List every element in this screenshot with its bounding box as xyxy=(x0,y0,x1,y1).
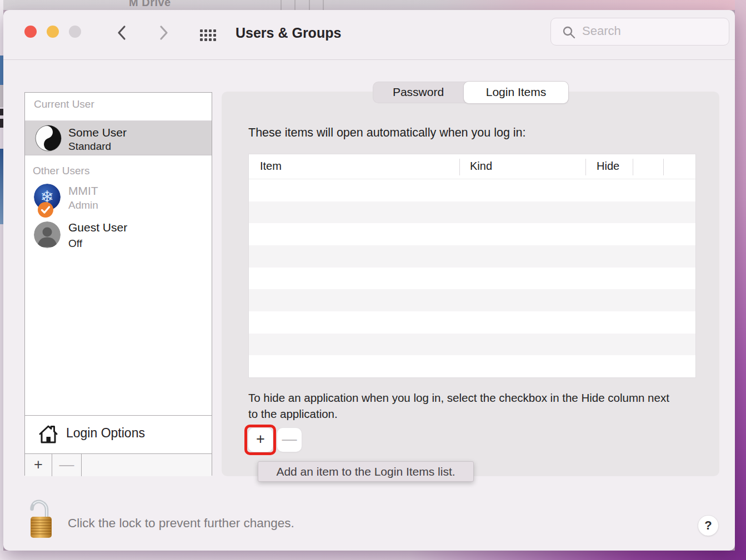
minimize-button[interactable] xyxy=(47,26,59,38)
search-field[interactable] xyxy=(550,18,729,46)
login-item-row xyxy=(249,223,695,245)
user-name: MMIT xyxy=(68,184,98,198)
close-button[interactable] xyxy=(24,26,37,38)
help-button[interactable]: ? xyxy=(698,516,718,536)
desktop-wallpaper-right xyxy=(735,0,746,560)
table-body xyxy=(249,179,695,377)
column-divider xyxy=(585,159,586,175)
yin-yang-avatar xyxy=(35,125,62,152)
background-tab-divider xyxy=(323,0,324,10)
desktop-wallpaper-bottom xyxy=(0,551,746,560)
search-icon xyxy=(562,26,577,40)
remove-login-item-button[interactable]: — xyxy=(277,428,302,452)
sidebar-item-some-user[interactable]: Some User Standard xyxy=(25,120,212,155)
login-item-row xyxy=(249,289,695,311)
background-window-titlebar: M Drive xyxy=(0,0,746,10)
login-options-label: Login Options xyxy=(66,426,145,441)
background-tab-divider xyxy=(294,0,296,10)
tab-password[interactable]: Password xyxy=(373,82,464,103)
login-item-row xyxy=(249,268,695,290)
back-button[interactable] xyxy=(115,24,129,41)
show-all-preferences-button[interactable] xyxy=(200,29,217,44)
forward-button[interactable] xyxy=(156,24,171,41)
toolbar-spacer xyxy=(82,454,212,476)
home-icon xyxy=(36,422,61,446)
login-items-panel: These items will open automatically when… xyxy=(222,92,719,476)
screen: M Drive xyxy=(0,0,746,560)
page-title: Users & Groups xyxy=(236,25,341,41)
tab-login-items[interactable]: Login Items xyxy=(464,82,568,103)
background-tab-divider xyxy=(309,0,310,10)
apps-grid-icon xyxy=(200,29,217,42)
person-avatar xyxy=(34,221,61,248)
current-user-section-header: Current User xyxy=(34,98,94,110)
chevron-left-icon xyxy=(115,24,129,41)
add-login-item-button[interactable]: + xyxy=(248,428,273,452)
other-users-section-header: Other Users xyxy=(33,165,89,177)
user-role: Standard xyxy=(68,140,111,153)
column-header-hide[interactable]: Hide xyxy=(597,160,619,173)
login-item-row xyxy=(249,179,695,201)
column-divider xyxy=(663,159,664,175)
panel-heading: These items will open automatically when… xyxy=(248,126,526,140)
add-user-button[interactable]: + xyxy=(25,454,52,476)
users-groups-window: Users & Groups Current User xyxy=(3,10,735,551)
background-tab-divider xyxy=(281,0,282,10)
login-item-row xyxy=(249,334,695,356)
background-window-title: M Drive xyxy=(129,0,171,9)
column-header-item[interactable]: Item xyxy=(260,160,282,173)
login-item-row xyxy=(249,311,695,334)
zoom-button xyxy=(69,26,81,38)
admin-checkmark-badge xyxy=(38,202,53,218)
lock-hint-text: Click the lock to prevent further change… xyxy=(68,516,294,531)
login-item-row xyxy=(249,245,695,268)
unlocked-padlock-icon[interactable] xyxy=(28,497,57,543)
search-input[interactable] xyxy=(582,18,721,44)
tab-bar: Password Login Items xyxy=(373,82,568,103)
users-sidebar: Current User Some User Standard Othe xyxy=(24,92,212,476)
column-divider xyxy=(459,159,460,175)
user-name: Some User xyxy=(68,126,127,139)
user-role: Admin xyxy=(68,199,98,211)
add-item-tooltip: Add an item to the Login Items list. xyxy=(258,461,474,482)
sidebar-toolbar: + — xyxy=(25,453,212,476)
hide-checkbox-note: To hide an application when you log in, … xyxy=(248,390,669,422)
titlebar: Users & Groups xyxy=(3,10,735,60)
login-item-row xyxy=(249,201,695,224)
login-items-table[interactable]: Item Kind Hide xyxy=(248,154,696,378)
table-header: Item Kind Hide xyxy=(249,154,695,179)
user-role: Off xyxy=(68,238,82,250)
sidebar-item-login-options[interactable]: Login Options xyxy=(25,416,212,453)
chevron-right-icon xyxy=(156,24,171,41)
user-name: Guest User xyxy=(68,221,127,234)
login-item-row xyxy=(249,355,695,377)
column-header-kind[interactable]: Kind xyxy=(470,160,492,173)
column-divider xyxy=(633,159,633,175)
remove-user-button[interactable]: — xyxy=(52,454,82,476)
